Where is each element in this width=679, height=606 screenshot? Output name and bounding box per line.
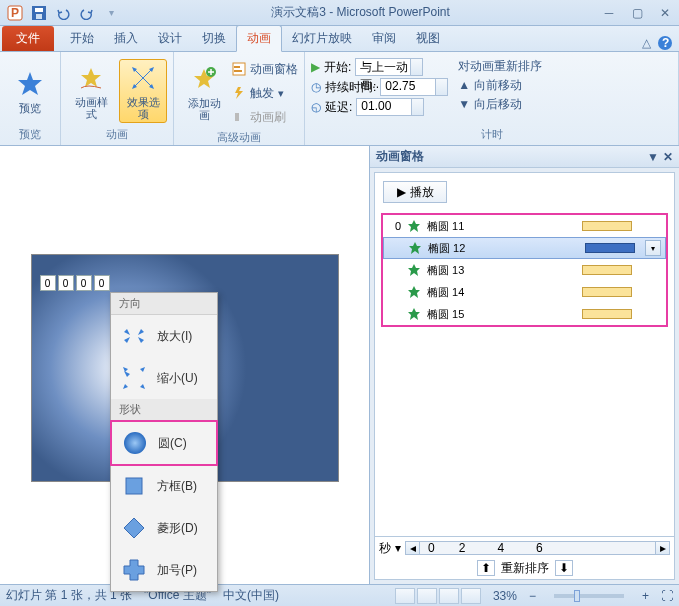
svg-marker-8 — [81, 68, 101, 87]
tab-animations[interactable]: 动画 — [236, 25, 282, 52]
square-icon — [119, 471, 149, 501]
help-icon[interactable]: ? — [657, 35, 673, 51]
save-icon[interactable] — [28, 2, 50, 24]
arrows-out-icon — [127, 62, 159, 94]
star-swirl-icon — [75, 62, 107, 94]
reorder-column: 对动画重新排序 ▲ 向前移动 ▼ 向后移动 — [452, 56, 548, 115]
menu-item-square[interactable]: 方框(B) — [111, 465, 217, 507]
tag[interactable]: 0 — [58, 275, 74, 291]
chevron-down-icon[interactable]: ▼ — [647, 150, 659, 164]
undo-icon[interactable] — [52, 2, 74, 24]
tab-home[interactable]: 开始 — [60, 26, 104, 51]
tab-view[interactable]: 视图 — [406, 26, 450, 51]
menu-item-circle[interactable]: 圆(C) — [110, 420, 218, 466]
move-up-icon[interactable]: ⬆ — [477, 560, 495, 576]
group-animation: 动画样式 效果选项 动画 — [61, 52, 174, 145]
fit-window-icon[interactable]: ⛶ — [661, 589, 673, 603]
tab-insert[interactable]: 插入 — [104, 26, 148, 51]
trigger-button[interactable]: 触发 ▾ — [232, 82, 298, 104]
tab-slideshow[interactable]: 幻灯片放映 — [282, 26, 362, 51]
tag[interactable]: 0 — [94, 275, 110, 291]
svg-rect-4 — [36, 14, 42, 19]
play-button[interactable]: ▶ 播放 — [383, 181, 447, 203]
timeline-bar[interactable] — [585, 243, 635, 253]
tab-file[interactable]: 文件 — [2, 26, 54, 51]
star-icon — [14, 68, 46, 100]
clock-icon: ◷ — [311, 80, 321, 94]
plus-shape-icon — [119, 555, 149, 585]
menu-item-diamond[interactable]: 菱形(D) — [111, 507, 217, 549]
start-dropdown[interactable]: 与上一动画... — [355, 58, 423, 76]
close-icon[interactable]: ✕ — [655, 5, 675, 21]
app-icon[interactable]: P — [4, 2, 26, 24]
tab-review[interactable]: 审阅 — [362, 26, 406, 51]
menu-item-shrink[interactable]: 缩小(U) — [111, 357, 217, 399]
chevron-down-icon[interactable]: ▾ — [395, 541, 401, 555]
svg-rect-17 — [235, 113, 239, 121]
effect-options-button[interactable]: 效果选项 — [119, 59, 167, 123]
tab-design[interactable]: 设计 — [148, 26, 192, 51]
menu-item-plus[interactable]: 加号(P) — [111, 549, 217, 591]
add-animation-button[interactable]: 添加动画 — [180, 60, 228, 124]
timeline-bar[interactable] — [582, 221, 632, 231]
scroll-left-icon[interactable]: ◂ — [406, 542, 420, 554]
redo-icon[interactable] — [76, 2, 98, 24]
tag[interactable]: 0 — [76, 275, 92, 291]
normal-view-button[interactable] — [395, 588, 415, 604]
zoom-out-icon[interactable]: − — [529, 589, 536, 603]
tag[interactable]: 0 — [40, 275, 56, 291]
timeline-bar[interactable] — [582, 309, 632, 319]
reading-view-button[interactable] — [439, 588, 459, 604]
svg-rect-15 — [234, 70, 242, 72]
minimize-icon[interactable]: ─ — [599, 5, 619, 21]
qat-dropdown-icon[interactable]: ▾ — [100, 2, 122, 24]
duration-spinner[interactable]: 02.75 — [380, 78, 448, 96]
timeline-scroller[interactable]: ◂ 0 2 4 6 ▸ — [405, 541, 670, 555]
zoom-thumb[interactable] — [574, 590, 580, 602]
zoom-in-icon[interactable]: + — [642, 589, 649, 603]
move-down-icon[interactable]: ⬇ — [555, 560, 573, 576]
animation-styles-button[interactable]: 动画样式 — [67, 59, 115, 123]
clock-icon: ◵ — [311, 100, 321, 114]
animation-row[interactable]: 0 椭圆 11 — [383, 215, 666, 237]
animation-row[interactable]: 椭圆 14 — [383, 281, 666, 303]
zoom-level[interactable]: 33% — [493, 589, 517, 603]
animation-row[interactable]: 椭圆 13 — [383, 259, 666, 281]
tab-transitions[interactable]: 切换 — [192, 26, 236, 51]
bolt-icon — [232, 86, 246, 100]
spinner-icon[interactable] — [435, 79, 447, 95]
close-pane-icon[interactable]: ✕ — [663, 150, 673, 164]
maximize-icon[interactable]: ▢ — [627, 5, 647, 21]
star-plus-icon — [188, 63, 220, 95]
svg-rect-3 — [35, 8, 43, 12]
group-label: 动画 — [67, 125, 167, 145]
svg-marker-20 — [124, 518, 144, 538]
sorter-view-button[interactable] — [417, 588, 437, 604]
language-indicator[interactable]: 中文(中国) — [223, 587, 279, 604]
timeline-bar[interactable] — [582, 287, 632, 297]
scroll-right-icon[interactable]: ▸ — [655, 542, 669, 554]
delay-spinner[interactable]: 01.00 — [356, 98, 424, 116]
chevron-down-icon[interactable]: ▾ — [645, 240, 661, 256]
minimize-ribbon-icon[interactable]: △ — [642, 36, 651, 50]
effect-star-icon — [407, 219, 421, 233]
animation-painter-button[interactable]: 动画刷 — [232, 106, 298, 128]
menu-item-expand[interactable]: 放大(I) — [111, 315, 217, 357]
arrows-out-icon — [119, 363, 149, 393]
timeline-bar[interactable] — [582, 265, 632, 275]
status-bar: 幻灯片 第 1 张，共 1 张 "Office 主题" 中文(中国) 33% −… — [0, 584, 679, 606]
svg-text:?: ? — [662, 36, 669, 50]
animation-row[interactable]: 椭圆 15 — [383, 303, 666, 325]
zoom-slider[interactable] — [554, 594, 624, 598]
group-timing: ▶ 开始: 与上一动画... ◷ 持续时间: 02.75 ◵ 延迟: 01.00… — [305, 52, 679, 145]
move-earlier-button[interactable]: ▲ 向前移动 — [458, 77, 542, 94]
animation-pane-button[interactable]: 动画窗格 — [232, 58, 298, 80]
svg-text:P: P — [11, 6, 19, 20]
animation-row[interactable]: 椭圆 12 ▾ — [383, 237, 666, 259]
move-later-button[interactable]: ▼ 向后移动 — [458, 96, 542, 113]
preview-button[interactable]: 预览 — [6, 65, 54, 117]
diamond-icon — [119, 513, 149, 543]
spinner-icon[interactable] — [411, 99, 423, 115]
chevron-down-icon[interactable] — [410, 59, 422, 75]
slideshow-view-button[interactable] — [461, 588, 481, 604]
